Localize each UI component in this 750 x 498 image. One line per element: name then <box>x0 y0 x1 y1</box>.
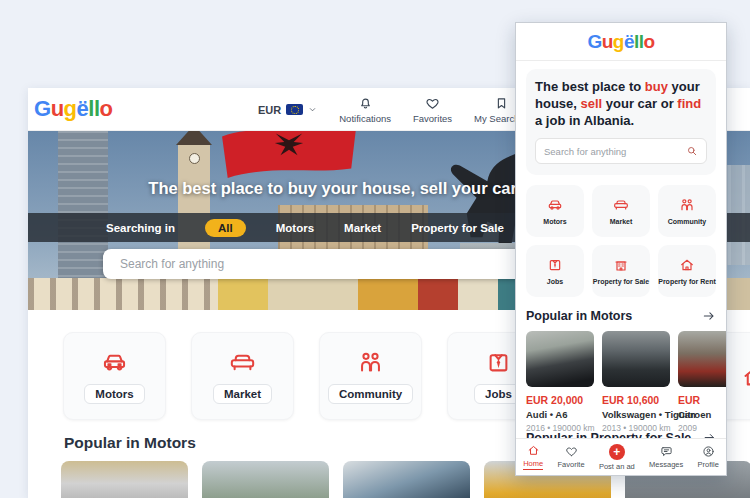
plus-icon: + <box>609 444 625 460</box>
listing-card[interactable]: EUR Citroen 2009 <box>678 331 727 433</box>
people-icon <box>357 349 384 376</box>
currency-label: EUR <box>258 104 281 116</box>
logo-letter: o <box>100 96 113 121</box>
category-label: Market <box>610 218 633 225</box>
category-card-market[interactable]: Market <box>191 332 294 420</box>
tab-motors[interactable]: Motors <box>276 222 314 234</box>
mosque-portico <box>28 278 218 310</box>
logo-letter: u <box>602 31 613 52</box>
mobile-site-panel: Gugëllo The best place to buy your house… <box>515 22 727 476</box>
logo-letter: g <box>613 31 624 52</box>
shirt-tie-icon <box>547 257 563 273</box>
listing-title: Citroen <box>678 409 727 420</box>
heart-icon <box>565 445 578 458</box>
listing-price: EUR 20,000 <box>526 394 594 406</box>
building-block <box>268 278 358 310</box>
category-label: Property for Rent <box>658 278 716 285</box>
nav-item-favorite[interactable]: Favorite <box>557 445 584 469</box>
nav-item-home[interactable]: Home <box>523 444 543 470</box>
category-card-motors[interactable]: Motors <box>526 185 584 237</box>
listing-image <box>602 331 670 387</box>
listing-price: EUR 10,600 <box>602 394 670 406</box>
mobile-listings-row: EUR 20,000 Audi • A6 2016 • 190000 km EU… <box>526 331 727 433</box>
nav-item-label: Messages <box>649 460 683 469</box>
car-icon <box>101 349 128 376</box>
people-icon <box>679 197 695 213</box>
section-title: Popular in Motors <box>526 309 632 323</box>
category-card-community[interactable]: Community <box>658 185 716 237</box>
house-icon <box>741 363 750 390</box>
screenshot-canvas: Gugëllo EUR Notifications Favorites <box>0 0 750 498</box>
logo-letter: G <box>587 31 601 52</box>
popular-in-motors-section-header: Popular in Motors <box>526 309 716 323</box>
category-label: Community <box>668 218 707 225</box>
nav-item-profile[interactable]: Profile <box>698 445 719 469</box>
nav-item-post-an-ad[interactable]: + Post an ad <box>599 444 635 471</box>
listing-image[interactable] <box>202 461 329 498</box>
bell-icon <box>358 96 373 111</box>
searching-in-label: Searching in <box>106 222 175 234</box>
tab-all[interactable]: All <box>205 219 246 237</box>
logo-letter: ë <box>77 96 89 121</box>
nav-item-favorites[interactable]: Favorites <box>413 96 452 124</box>
chevron-down-icon <box>308 105 317 114</box>
eu-flag-icon <box>286 104 303 115</box>
logo-letter: o <box>644 31 655 52</box>
category-label: Motors <box>84 384 144 404</box>
logo-letter: G <box>34 96 51 121</box>
search-placeholder: Search for anything <box>544 146 686 157</box>
category-label: Community <box>328 384 413 404</box>
listing-image[interactable] <box>61 461 188 498</box>
nav-item-label: Post an ad <box>599 462 635 471</box>
logo-letter: ë <box>624 31 634 52</box>
listing-price: EUR <box>678 394 727 406</box>
mobile-tagline: The best place to buy your house, sell y… <box>535 78 707 129</box>
listing-title: Volkswagen • Tiguan <box>602 409 670 420</box>
listing-card[interactable]: EUR 20,000 Audi • A6 2016 • 190000 km <box>526 331 594 433</box>
heart-icon <box>425 96 440 111</box>
building-block <box>418 278 458 310</box>
nav-item-notifications[interactable]: Notifications <box>339 96 391 124</box>
message-icon <box>660 445 673 458</box>
logo-letter: g <box>64 96 77 121</box>
nav-item-label: Favorites <box>413 113 452 124</box>
mobile-logo[interactable]: Gugëllo <box>516 23 726 61</box>
logo-letter: u <box>51 96 64 121</box>
tab-property-for-sale[interactable]: Property for Sale <box>411 222 504 234</box>
hero-building-construction <box>58 131 108 283</box>
mobile-category-grid: Motors Market Community Jobs Property fo… <box>526 185 716 297</box>
shirt-tie-icon <box>485 349 512 376</box>
listing-title: Audi • A6 <box>526 409 594 420</box>
category-label: Jobs <box>547 278 563 285</box>
listing-image <box>526 331 594 387</box>
nav-item-label: Profile <box>698 460 719 469</box>
category-label: Property for Sale <box>593 278 649 285</box>
tab-market[interactable]: Market <box>344 222 381 234</box>
bookmark-icon <box>494 96 509 111</box>
listing-image <box>678 331 727 387</box>
logo[interactable]: Gugëllo <box>34 96 112 122</box>
category-label: Motors <box>543 218 566 225</box>
category-card-property-for-rent[interactable]: Property for Rent <box>658 245 716 297</box>
arrow-right-icon[interactable] <box>702 309 716 323</box>
category-card-property-for-sale[interactable]: Property for Sale <box>592 245 650 297</box>
listing-image[interactable] <box>343 461 470 498</box>
category-card-jobs[interactable]: Jobs <box>526 245 584 297</box>
nav-item-label: Favorite <box>557 460 584 469</box>
sofa-icon <box>613 197 629 213</box>
nav-item-messages[interactable]: Messages <box>649 445 683 469</box>
category-card-community[interactable]: Community <box>319 332 422 420</box>
listing-card[interactable]: EUR 10,600 Volkswagen • Tiguan 2013 • 19… <box>602 331 670 433</box>
category-card-market[interactable]: Market <box>592 185 650 237</box>
search-placeholder: Search for anything <box>120 257 224 271</box>
currency-selector[interactable]: EUR <box>258 104 317 116</box>
mobile-bottom-nav: Home Favorite + Post an ad Messages Prof… <box>516 438 726 475</box>
category-card-motors[interactable]: Motors <box>63 332 166 420</box>
building-icon <box>613 257 629 273</box>
category-label: Market <box>213 384 272 404</box>
mobile-search-input[interactable]: Search for anything <box>535 138 707 164</box>
profile-icon <box>702 445 715 458</box>
sofa-icon <box>229 349 256 376</box>
building-block <box>218 278 268 310</box>
home-icon <box>527 444 540 457</box>
